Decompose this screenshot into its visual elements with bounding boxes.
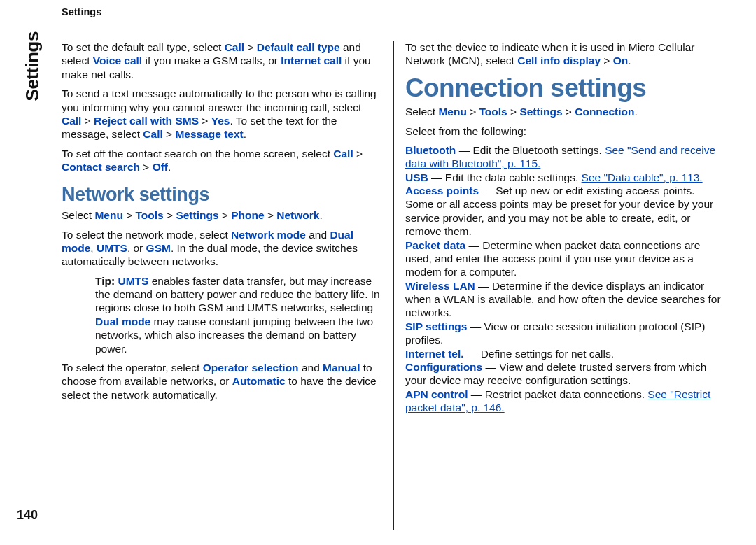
- ui-gsm: GSM: [146, 242, 171, 254]
- ui-cell-info-display: Cell info display: [517, 55, 601, 66]
- ui-wireless-lan: Wireless LAN: [405, 280, 475, 292]
- ui-dual-mode: Dual mode: [95, 316, 150, 327]
- item-internet-tel: Internet tel. — Define settings for net …: [405, 347, 726, 360]
- para-contact-search-off: To set off the contact search on the hom…: [62, 147, 382, 174]
- item-wireless-lan: Wireless LAN — Determine if the device d…: [405, 279, 726, 320]
- ui-menu: Menu: [438, 106, 466, 118]
- ui-on: On: [613, 55, 629, 66]
- ui-settings: Settings: [519, 106, 562, 118]
- ui-apn-control: APN control: [405, 388, 468, 400]
- para-network-mode: To select the network mode, select Netwo…: [62, 228, 382, 269]
- ui-call: Call: [333, 148, 353, 160]
- ui-access-points: Access points: [405, 185, 479, 197]
- item-apn-control: APN control — Restrict packet data conne…: [405, 388, 726, 415]
- ui-network: Network: [276, 209, 319, 221]
- xref-data-cable[interactable]: See "Data cable", p. 113.: [582, 171, 703, 183]
- two-column-body: To set the default call type, select Cal…: [62, 41, 732, 530]
- ui-yes: Yes: [211, 115, 230, 127]
- item-access-points: Access points — Set up new or edit exist…: [405, 184, 726, 239]
- para-cell-info-display: To set the device to indicate when it is…: [405, 41, 726, 68]
- para-connection-nav-path: Select Menu > Tools > Settings > Connect…: [405, 105, 726, 118]
- heading-network-settings: Network settings: [62, 183, 382, 207]
- ui-call: Call: [62, 115, 81, 127]
- para-default-call-type: To set the default call type, select Cal…: [62, 41, 382, 81]
- ui-settings: Settings: [176, 209, 218, 221]
- side-section-tab: Settings: [21, 31, 44, 101]
- item-packet-data: Packet data — Determine when packet data…: [405, 239, 726, 279]
- para-reject-call-sms: To send a text message automatically to …: [62, 87, 382, 141]
- ui-call: Call: [143, 128, 162, 140]
- ui-internet-tel: Internet tel.: [405, 348, 464, 360]
- ui-network-mode: Network mode: [231, 229, 306, 241]
- ui-tools: Tools: [136, 209, 164, 221]
- para-operator-selection: To select the operator, select Operator …: [62, 361, 382, 402]
- heading-connection-settings: Connection settings: [405, 73, 726, 102]
- item-sip-settings: SIP settings — View or create session in…: [405, 320, 726, 347]
- ui-voice-call: Voice call: [93, 55, 142, 66]
- ui-off: Off: [153, 161, 168, 173]
- ui-umts: UMTS: [118, 275, 148, 287]
- ui-message-text: Message text: [175, 128, 243, 140]
- ui-connection: Connection: [575, 106, 634, 118]
- ui-default-call-type: Default call type: [257, 41, 340, 53]
- ui-internet-call: Internet call: [281, 55, 342, 66]
- ui-umts: UMTS: [97, 242, 127, 254]
- ui-operator-selection: Operator selection: [203, 362, 299, 374]
- page-running-header: Settings: [62, 6, 102, 18]
- page-number: 140: [17, 507, 38, 523]
- ui-manual: Manual: [323, 362, 360, 374]
- tip-label: Tip:: [95, 275, 118, 287]
- ui-tools: Tools: [479, 106, 507, 118]
- ui-sip-settings: SIP settings: [405, 320, 467, 332]
- item-bluetooth: Bluetooth — Edit the Bluetooth settings.…: [405, 143, 726, 171]
- tip-umts-battery: Tip: UMTS enables faster data transfer, …: [62, 274, 382, 355]
- ui-usb: USB: [405, 171, 428, 183]
- para-select-following: Select from the following:: [405, 125, 726, 138]
- ui-configurations: Configurations: [405, 361, 482, 373]
- right-column: To set the device to indicate when it is…: [394, 41, 732, 530]
- item-configurations: Configurations — View and delete trusted…: [405, 360, 726, 388]
- ui-reject-call-with-sms: Reject call with SMS: [94, 115, 199, 127]
- ui-bluetooth: Bluetooth: [405, 144, 456, 156]
- manual-page: Settings Settings 140 To set the default…: [0, 0, 756, 545]
- ui-automatic: Automatic: [232, 375, 286, 387]
- ui-packet-data: Packet data: [405, 239, 465, 251]
- left-column: To set the default call type, select Cal…: [62, 41, 393, 530]
- ui-menu: Menu: [94, 209, 122, 221]
- para-network-nav-path: Select Menu > Tools > Settings > Phone >…: [62, 208, 382, 222]
- ui-phone: Phone: [231, 209, 264, 221]
- item-usb: USB — Edit the data cable settings. See …: [405, 171, 726, 184]
- ui-contact-search: Contact search: [62, 161, 140, 173]
- ui-call: Call: [225, 41, 244, 53]
